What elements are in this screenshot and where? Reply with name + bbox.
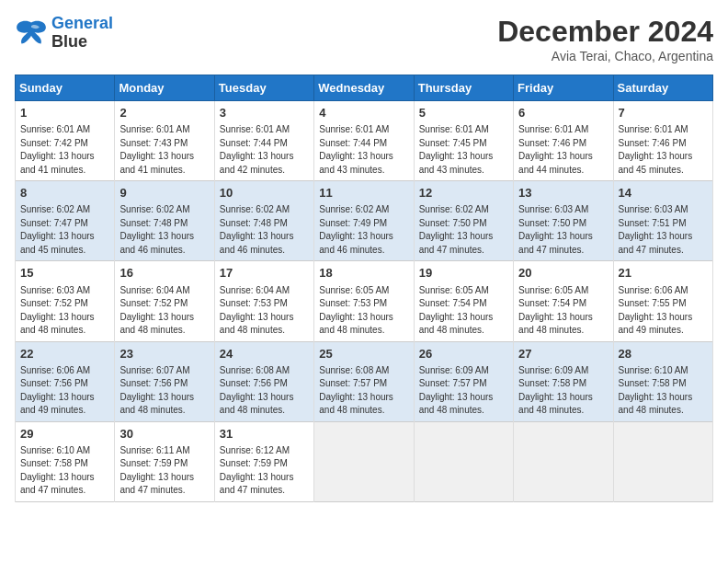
calendar-table: Sunday Monday Tuesday Wednesday Thursday… (15, 75, 713, 502)
calendar-cell: 19Sunrise: 6:05 AMSunset: 7:54 PMDayligh… (414, 261, 513, 341)
day-info: Sunrise: 6:08 AMSunset: 7:56 PMDaylight:… (220, 364, 309, 418)
calendar-cell: 2Sunrise: 6:01 AMSunset: 7:43 PMDaylight… (115, 101, 214, 181)
day-info: Sunrise: 6:06 AMSunset: 7:56 PMDaylight:… (20, 364, 109, 418)
day-number: 7 (619, 105, 708, 121)
day-number: 2 (119, 105, 209, 121)
day-number: 3 (220, 105, 309, 121)
day-info: Sunrise: 6:02 AMSunset: 7:48 PMDaylight:… (220, 203, 309, 257)
calendar-cell: 14Sunrise: 6:03 AMSunset: 7:51 PMDayligh… (613, 181, 712, 261)
header-wednesday: Wednesday (314, 75, 414, 101)
day-number: 8 (20, 185, 109, 201)
day-number: 6 (518, 105, 608, 121)
day-info: Sunrise: 6:04 AMSunset: 7:53 PMDaylight:… (220, 284, 309, 338)
day-info: Sunrise: 6:09 AMSunset: 7:58 PMDaylight:… (518, 364, 608, 418)
day-info: Sunrise: 6:01 AMSunset: 7:46 PMDaylight:… (619, 123, 708, 177)
calendar-week-row: 1Sunrise: 6:01 AMSunset: 7:42 PMDaylight… (16, 101, 713, 181)
day-number: 22 (20, 346, 109, 362)
day-number: 21 (619, 265, 708, 282)
logo-icon (15, 19, 48, 47)
day-number: 11 (319, 185, 408, 201)
day-info: Sunrise: 6:05 AMSunset: 7:54 PMDaylight:… (518, 284, 608, 338)
calendar-week-row: 15Sunrise: 6:03 AMSunset: 7:52 PMDayligh… (16, 261, 713, 341)
day-number: 19 (419, 265, 508, 282)
calendar-cell: 31Sunrise: 6:12 AMSunset: 7:59 PMDayligh… (214, 421, 313, 501)
calendar-cell (613, 421, 712, 501)
calendar-cell: 12Sunrise: 6:02 AMSunset: 7:50 PMDayligh… (414, 181, 513, 261)
day-info: Sunrise: 6:07 AMSunset: 7:56 PMDaylight:… (119, 364, 209, 418)
calendar-cell: 28Sunrise: 6:10 AMSunset: 7:58 PMDayligh… (613, 341, 712, 421)
calendar-cell: 7Sunrise: 6:01 AMSunset: 7:46 PMDaylight… (613, 101, 712, 181)
day-info: Sunrise: 6:01 AMSunset: 7:43 PMDaylight:… (119, 123, 209, 177)
header-tuesday: Tuesday (214, 75, 313, 101)
header-monday: Monday (115, 75, 214, 101)
calendar-cell: 9Sunrise: 6:02 AMSunset: 7:48 PMDaylight… (115, 181, 214, 261)
day-info: Sunrise: 6:02 AMSunset: 7:50 PMDaylight:… (419, 203, 508, 257)
page-header: GeneralBlue December 2024 Avia Terai, Ch… (15, 15, 713, 63)
calendar-cell: 1Sunrise: 6:01 AMSunset: 7:42 PMDaylight… (16, 101, 115, 181)
day-number: 31 (220, 426, 309, 442)
calendar-cell: 13Sunrise: 6:03 AMSunset: 7:50 PMDayligh… (514, 181, 613, 261)
day-number: 13 (518, 185, 608, 201)
title-block: December 2024 Avia Terai, Chaco, Argenti… (497, 15, 713, 63)
day-info: Sunrise: 6:10 AMSunset: 7:58 PMDaylight:… (20, 444, 109, 498)
calendar-cell: 22Sunrise: 6:06 AMSunset: 7:56 PMDayligh… (16, 341, 115, 421)
calendar-cell: 18Sunrise: 6:05 AMSunset: 7:53 PMDayligh… (314, 261, 414, 341)
day-info: Sunrise: 6:11 AMSunset: 7:59 PMDaylight:… (119, 444, 209, 498)
day-info: Sunrise: 6:05 AMSunset: 7:53 PMDaylight:… (319, 284, 408, 338)
location-subtitle: Avia Terai, Chaco, Argentina (497, 49, 713, 63)
calendar-cell: 17Sunrise: 6:04 AMSunset: 7:53 PMDayligh… (214, 261, 313, 341)
day-info: Sunrise: 6:02 AMSunset: 7:49 PMDaylight:… (319, 203, 408, 257)
calendar-cell: 4Sunrise: 6:01 AMSunset: 7:44 PMDaylight… (314, 101, 414, 181)
calendar-header-row: Sunday Monday Tuesday Wednesday Thursday… (16, 75, 713, 101)
day-info: Sunrise: 6:09 AMSunset: 7:57 PMDaylight:… (419, 364, 508, 418)
day-info: Sunrise: 6:01 AMSunset: 7:44 PMDaylight:… (220, 123, 309, 177)
day-info: Sunrise: 6:06 AMSunset: 7:55 PMDaylight:… (619, 284, 708, 338)
day-number: 1 (20, 105, 109, 121)
calendar-cell: 10Sunrise: 6:02 AMSunset: 7:48 PMDayligh… (214, 181, 313, 261)
day-number: 4 (319, 105, 408, 121)
calendar-cell: 20Sunrise: 6:05 AMSunset: 7:54 PMDayligh… (514, 261, 613, 341)
calendar-cell: 27Sunrise: 6:09 AMSunset: 7:58 PMDayligh… (514, 341, 613, 421)
calendar-cell: 5Sunrise: 6:01 AMSunset: 7:45 PMDaylight… (414, 101, 513, 181)
calendar-cell (414, 421, 513, 501)
calendar-cell: 16Sunrise: 6:04 AMSunset: 7:52 PMDayligh… (115, 261, 214, 341)
calendar-cell: 24Sunrise: 6:08 AMSunset: 7:56 PMDayligh… (214, 341, 313, 421)
day-info: Sunrise: 6:02 AMSunset: 7:48 PMDaylight:… (119, 203, 209, 257)
logo: GeneralBlue (15, 15, 113, 52)
day-info: Sunrise: 6:01 AMSunset: 7:44 PMDaylight:… (319, 123, 408, 177)
day-number: 25 (319, 346, 408, 362)
day-number: 18 (319, 265, 408, 282)
header-saturday: Saturday (613, 75, 712, 101)
calendar-cell: 26Sunrise: 6:09 AMSunset: 7:57 PMDayligh… (414, 341, 513, 421)
day-info: Sunrise: 6:04 AMSunset: 7:52 PMDaylight:… (119, 284, 209, 338)
calendar-cell: 29Sunrise: 6:10 AMSunset: 7:58 PMDayligh… (16, 421, 115, 501)
header-thursday: Thursday (414, 75, 513, 101)
day-info: Sunrise: 6:10 AMSunset: 7:58 PMDaylight:… (619, 364, 708, 418)
day-number: 14 (619, 185, 708, 201)
day-number: 17 (220, 265, 309, 282)
calendar-cell: 25Sunrise: 6:08 AMSunset: 7:57 PMDayligh… (314, 341, 414, 421)
day-number: 24 (220, 346, 309, 362)
day-number: 15 (20, 265, 109, 282)
calendar-cell (314, 421, 414, 501)
day-number: 16 (119, 265, 209, 282)
day-number: 9 (119, 185, 209, 201)
day-info: Sunrise: 6:01 AMSunset: 7:42 PMDaylight:… (20, 123, 109, 177)
calendar-cell: 6Sunrise: 6:01 AMSunset: 7:46 PMDaylight… (514, 101, 613, 181)
day-number: 12 (419, 185, 508, 201)
day-info: Sunrise: 6:03 AMSunset: 7:50 PMDaylight:… (518, 203, 608, 257)
day-number: 27 (518, 346, 608, 362)
day-number: 26 (419, 346, 508, 362)
day-number: 30 (119, 426, 209, 442)
day-info: Sunrise: 6:03 AMSunset: 7:52 PMDaylight:… (20, 284, 109, 338)
header-friday: Friday (514, 75, 613, 101)
calendar-week-row: 29Sunrise: 6:10 AMSunset: 7:58 PMDayligh… (16, 421, 713, 501)
day-info: Sunrise: 6:12 AMSunset: 7:59 PMDaylight:… (220, 444, 309, 498)
day-number: 29 (20, 426, 109, 442)
day-info: Sunrise: 6:02 AMSunset: 7:47 PMDaylight:… (20, 203, 109, 257)
day-info: Sunrise: 6:01 AMSunset: 7:46 PMDaylight:… (518, 123, 608, 177)
calendar-cell: 15Sunrise: 6:03 AMSunset: 7:52 PMDayligh… (16, 261, 115, 341)
calendar-week-row: 8Sunrise: 6:02 AMSunset: 7:47 PMDaylight… (16, 181, 713, 261)
calendar-cell: 23Sunrise: 6:07 AMSunset: 7:56 PMDayligh… (115, 341, 214, 421)
day-info: Sunrise: 6:05 AMSunset: 7:54 PMDaylight:… (419, 284, 508, 338)
